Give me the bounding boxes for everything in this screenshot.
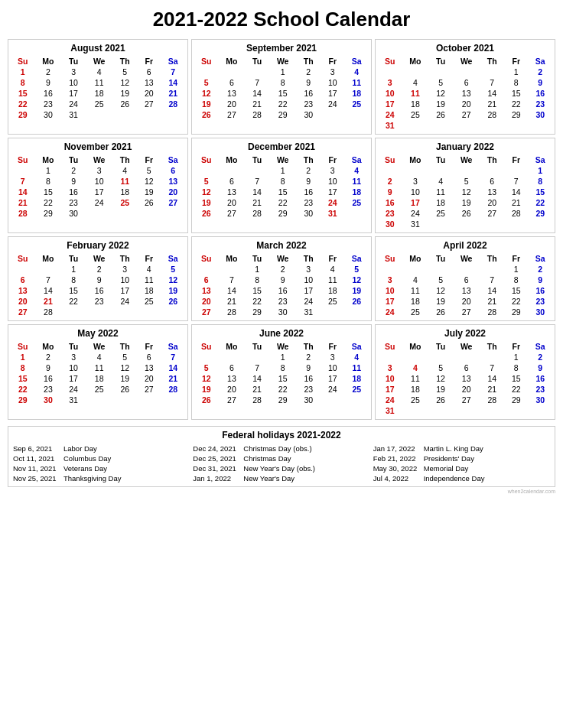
cal-header-cell: Mo [218,154,245,165]
cal-header-cell: Tu [245,154,268,165]
cal-day-cell [218,165,245,176]
calendar-table: SuMoTuWeThFrSa12345678910111213141516171… [378,341,552,416]
cal-day-cell: 3 [61,352,85,362]
cal-day-cell: 11 [428,187,452,197]
cal-day-cell [428,264,452,275]
cal-day-cell: 30 [297,208,321,219]
cal-day-cell: 7 [245,362,268,373]
cal-header-cell: Tu [245,56,268,67]
cal-header-cell: Su [378,341,402,352]
cal-day-cell: 9 [297,77,321,88]
calendar-table: SuMoTuWeThFrSa12345678910111213141516171… [378,253,552,317]
cal-header-cell: Fr [504,253,528,264]
cal-day-cell: 8 [504,275,528,285]
cal-day-cell: 18 [402,384,428,395]
cal-day-cell: 30 [528,109,552,120]
cal-day-cell: 1 [269,352,297,362]
cal-header-cell: We [269,253,297,264]
cal-day-cell: 24 [297,296,321,307]
cal-day-cell: 8 [34,176,61,187]
cal-day-cell [402,264,428,275]
cal-day-cell: 25 [344,197,369,208]
holidays-title: Federal holidays 2021-2022 [13,430,550,440]
cal-day-cell [245,165,268,176]
cal-day-cell: 10 [297,275,321,285]
cal-header-cell: Sa [161,341,185,352]
cal-header-cell: Sa [528,341,552,352]
cal-day-cell: 3 [86,165,113,176]
cal-day-cell: 19 [113,373,137,384]
cal-day-cell: 26 [113,384,137,395]
cal-header-cell: Su [194,253,218,264]
cal-day-cell: 11 [86,77,113,88]
cal-day-cell [453,165,480,176]
cal-header-cell: We [269,341,297,352]
cal-day-cell: 5 [453,176,480,187]
cal-day-cell: 17 [378,99,402,109]
cal-day-cell: 9 [528,275,552,285]
cal-day-cell [137,109,161,120]
cal-header-cell: Su [194,341,218,352]
cal-day-cell: 25 [402,109,428,120]
calendar-table: SuMoTuWeThFrSa12345678910111213141516171… [194,154,369,219]
cal-day-cell: 27 [194,307,218,317]
cal-day-cell [378,352,402,362]
cal-header-cell: Tu [428,56,452,67]
cal-day-cell: 28 [161,99,185,109]
cal-header-cell: Sa [344,253,369,264]
cal-day-cell: 20 [137,373,161,384]
cal-day-cell: 8 [504,362,528,373]
cal-header-cell: Su [11,341,34,352]
cal-day-cell: 26 [113,99,137,109]
cal-header-cell: Tu [245,253,268,264]
cal-day-cell: 11 [113,176,137,187]
cal-header-cell: Fr [504,341,528,352]
cal-day-cell: 30 [297,395,321,405]
cal-day-cell: 24 [378,109,402,120]
cal-day-cell: 15 [11,373,34,384]
cal-day-cell: 2 [34,352,61,362]
cal-day-cell: 23 [528,296,552,307]
cal-day-cell: 26 [453,208,480,219]
cal-header-cell: Mo [402,154,428,165]
cal-day-cell: 1 [11,352,34,362]
cal-day-cell: 7 [161,352,185,362]
cal-day-cell: 26 [428,395,452,405]
cal-header-cell: Th [480,56,504,67]
cal-day-cell: 10 [61,77,85,88]
cal-day-cell: 22 [504,384,528,395]
cal-day-cell: 19 [428,296,452,307]
holiday-date: Jan 1, 2022 [193,474,240,483]
cal-day-cell: 10 [378,88,402,99]
month-title: January 2022 [378,141,552,152]
cal-day-cell: 27 [218,208,245,219]
cal-day-cell: 11 [344,362,369,373]
cal-day-cell [402,120,428,131]
cal-header-cell: Sa [161,56,185,67]
cal-day-cell: 15 [34,187,61,197]
cal-day-cell [402,405,428,416]
calendars-grid: August 2021SuMoTuWeThFrSa123456789101112… [8,39,555,420]
cal-header-cell: Sa [528,56,552,67]
month-block: December 2021SuMoTuWeThFrSa1234567891011… [191,138,372,233]
cal-header-cell: Tu [61,154,85,165]
cal-day-cell [245,67,268,77]
cal-day-cell [378,67,402,77]
cal-day-cell: 9 [86,275,113,285]
cal-header-cell: Th [297,341,321,352]
cal-day-cell: 3 [321,67,344,77]
cal-day-cell: 17 [321,88,344,99]
cal-day-cell: 8 [11,77,34,88]
cal-day-cell: 2 [528,264,552,275]
cal-day-cell [528,219,552,229]
cal-day-cell: 17 [113,285,137,296]
cal-day-cell: 19 [453,197,480,208]
cal-day-cell: 29 [269,395,297,405]
cal-day-cell [504,165,528,176]
cal-day-cell: 3 [402,176,428,187]
cal-day-cell: 4 [113,165,137,176]
holiday-column: Jan 17, 2022Martin L. King DayFeb 21, 20… [373,444,550,483]
cal-day-cell: 13 [480,187,504,197]
watermark: when2calendar.com [8,489,555,494]
cal-day-cell: 25 [113,197,137,208]
